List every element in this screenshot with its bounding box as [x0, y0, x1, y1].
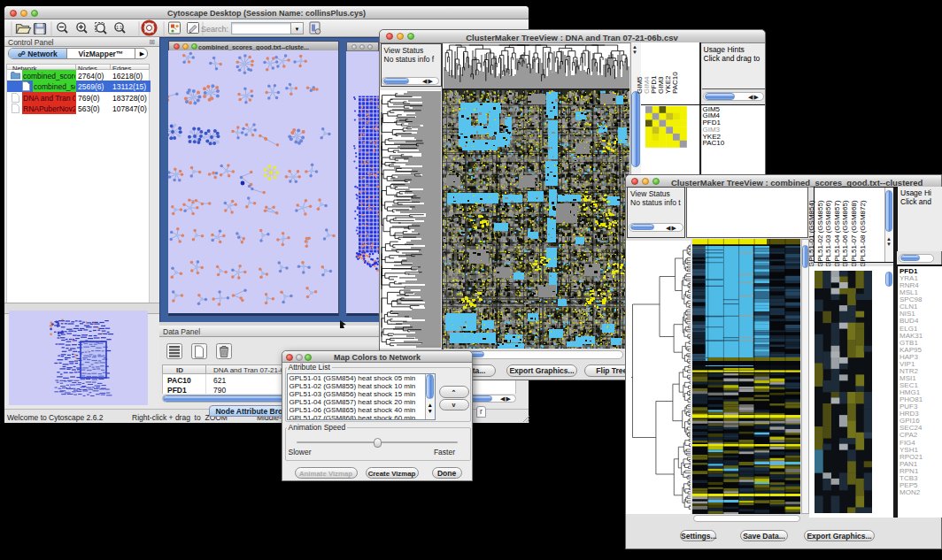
svg-text:1:1: 1:1 — [116, 25, 122, 30]
